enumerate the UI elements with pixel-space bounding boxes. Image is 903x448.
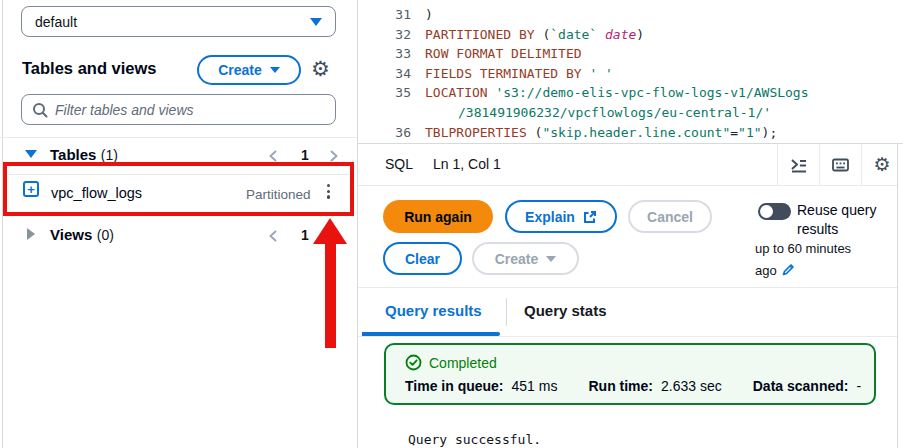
- filter-tables-search[interactable]: [21, 94, 336, 125]
- line-number: 33: [358, 44, 411, 64]
- tables-prev-page-icon[interactable]: [267, 149, 280, 163]
- table-row-vpc-flow-logs[interactable]: vpc_flow_logs: [51, 185, 142, 201]
- tables-and-views-title: Tables and views: [22, 59, 157, 78]
- table-actions-kebab-icon[interactable]: [325, 182, 332, 201]
- views-collapsed-triangle-icon[interactable]: [27, 228, 35, 240]
- line-number: 34: [358, 64, 411, 84]
- expand-table-icon[interactable]: +: [23, 181, 39, 197]
- line-number: 35: [358, 83, 411, 103]
- reuse-caption-text: up to 60 minutes ago: [755, 241, 851, 278]
- chevron-down-icon: [310, 18, 322, 26]
- tables-expand-triangle-icon[interactable]: [25, 150, 37, 158]
- filter-tables-input[interactable]: [55, 102, 325, 118]
- views-page-number: 1: [301, 227, 309, 243]
- run-again-label: Run again: [404, 209, 472, 225]
- tables-section-header[interactable]: Tables (1): [50, 146, 118, 164]
- code-line: 35LOCATION 's3://demo-elis-vpc-flow-logs…: [358, 83, 903, 103]
- partitioned-badge: Partitioned: [246, 187, 311, 202]
- tables-label: Tables: [50, 146, 96, 163]
- code-line: /381491906232/vpcflowlogs/eu-central-1/': [358, 103, 903, 123]
- code-line: 31): [358, 5, 903, 25]
- create-table-button[interactable]: Create: [197, 55, 301, 85]
- query-successful-message: Query successful.: [408, 432, 541, 447]
- tables-count: (1): [101, 147, 118, 163]
- tab-divider: [506, 298, 507, 326]
- statusbar-bottom-border: [358, 185, 897, 186]
- tables-next-page-icon[interactable]: [327, 149, 340, 163]
- clear-label: Clear: [405, 251, 440, 267]
- views-label: Views: [50, 226, 92, 243]
- keyboard-shortcuts-icon[interactable]: [819, 144, 861, 185]
- tab-query-stats[interactable]: Query stats: [524, 302, 607, 319]
- views-prev-page-icon[interactable]: [267, 229, 280, 243]
- create-from-query-button: Create: [472, 242, 579, 275]
- toggle-knob: [760, 205, 773, 218]
- check-circle-icon: [405, 354, 422, 371]
- panel-right-border: [897, 143, 898, 448]
- athena-query-editor: default Tables and views Create ⚙ Tables…: [0, 0, 903, 448]
- chevron-down-icon: [270, 67, 280, 73]
- cursor-position-label: Ln 1, Col 1: [433, 156, 501, 172]
- chevron-down-icon: [546, 256, 556, 262]
- code-line: 32PARTITIONED BY (`date` date): [358, 25, 903, 45]
- create-button-label: Create: [218, 62, 262, 78]
- reuse-query-results-toggle[interactable]: [758, 203, 791, 220]
- tab-query-results[interactable]: Query results: [385, 302, 482, 319]
- stat-time-in-queue: Time in queue: 451 ms: [405, 378, 557, 394]
- tables-page-number: 1: [301, 147, 309, 163]
- stat-run-time: Run time: 2.633 sec: [588, 378, 721, 394]
- search-icon: [32, 102, 48, 118]
- create-from-query-label: Create: [495, 251, 539, 267]
- stat-label: Run time:: [588, 378, 653, 394]
- cancel-label: Cancel: [647, 209, 693, 225]
- annotation-arrow-head: [313, 218, 347, 244]
- query-stats-row: Time in queue: 451 ms Run time: 2.633 se…: [405, 378, 861, 394]
- explain-button[interactable]: Explain: [505, 200, 617, 233]
- stat-data-scanned: Data scanned: -: [753, 378, 861, 394]
- table-row-divider: [4, 174, 353, 175]
- stat-label: Data scanned:: [753, 378, 849, 394]
- code-lines: 31)32PARTITIONED BY (`date` date)33ROW F…: [358, 5, 903, 142]
- format-query-icon[interactable]: [777, 144, 819, 185]
- views-section-header[interactable]: Views (0): [50, 226, 114, 244]
- database-select[interactable]: default: [21, 6, 336, 37]
- code-line: 34FIELDS TERMINATED BY ' ': [358, 64, 903, 84]
- run-again-button[interactable]: Run again: [383, 200, 493, 233]
- query-status-text: Completed: [429, 355, 497, 371]
- stat-value: 2.633 sec: [661, 378, 722, 394]
- stat-value: -: [856, 378, 861, 394]
- query-status-header: Completed: [405, 354, 497, 371]
- cancel-button: Cancel: [628, 200, 712, 233]
- sidebar-section-divider: [0, 137, 357, 138]
- database-select-value: default: [35, 14, 77, 30]
- editor-language-label: SQL: [385, 156, 413, 172]
- stat-label: Time in queue:: [405, 378, 504, 394]
- reuse-caption: up to 60 minutes ago: [755, 238, 873, 282]
- edit-pencil-icon[interactable]: [781, 262, 796, 277]
- reuse-query-results-label: Reuse query results: [797, 201, 893, 239]
- clear-button[interactable]: Clear: [383, 242, 462, 275]
- code-line: 36TBLPROPERTIES ("skip.header.line.count…: [358, 123, 903, 143]
- line-number: 32: [358, 25, 411, 45]
- line-number: 36: [358, 123, 411, 143]
- annotation-arrow-shaft: [325, 243, 336, 348]
- stat-value: 451 ms: [512, 378, 558, 394]
- data-settings-gear-icon[interactable]: ⚙: [311, 58, 330, 79]
- line-number: [358, 103, 411, 123]
- tabs-top-border: [358, 287, 897, 288]
- explain-label: Explain: [525, 209, 575, 225]
- tabs-bottom-border: [358, 336, 897, 337]
- external-link-icon: [583, 210, 597, 224]
- views-count: (0): [97, 227, 114, 243]
- query-status-box: Completed Time in queue: 451 ms Run time…: [384, 343, 876, 405]
- line-number: 31: [358, 5, 411, 25]
- sidebar-left-border: [2, 0, 3, 448]
- sql-code-editor[interactable]: 31)32PARTITIONED BY (`date` date)33ROW F…: [358, 0, 903, 143]
- code-line: 33ROW FORMAT DELIMITED: [358, 44, 903, 64]
